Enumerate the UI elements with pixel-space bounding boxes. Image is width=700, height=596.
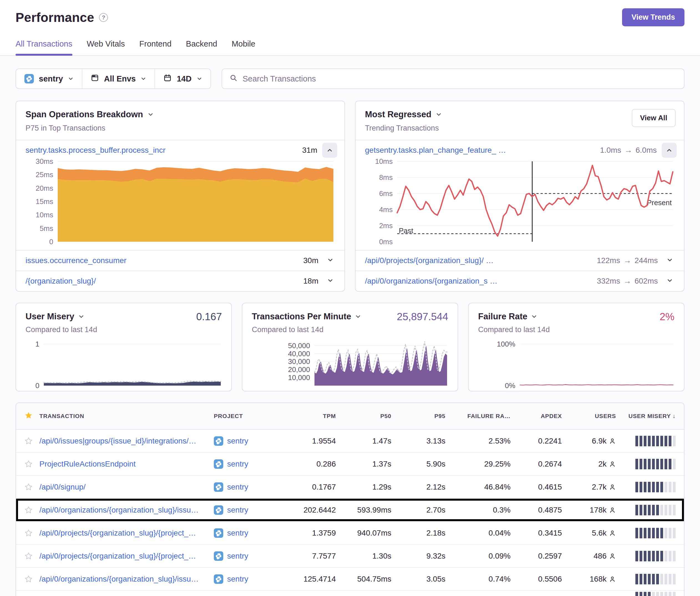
failure-rate-value: 2%	[660, 311, 674, 323]
user-misery-bar	[635, 574, 638, 585]
transaction-link[interactable]: /api/0/organizations/{organization_slug}…	[40, 575, 214, 584]
axis-tick: 30ms	[35, 157, 53, 166]
axis-tick: 10ms	[35, 211, 53, 219]
chevron-down-icon	[197, 76, 202, 81]
table-row[interactable]: /api/0/organizations/{organization_slug}…	[16, 499, 684, 522]
star-toggle[interactable]	[16, 437, 40, 445]
tab-backend[interactable]: Backend	[186, 40, 217, 55]
user-misery-bars	[616, 574, 684, 585]
project-link[interactable]: sentry	[214, 459, 283, 469]
user-misery-bar	[644, 592, 647, 596]
project-link[interactable]: sentry	[214, 528, 283, 538]
transaction-link[interactable]: ProjectRuleActionsEndpoint	[40, 460, 214, 468]
help-icon[interactable]: ?	[99, 13, 108, 22]
user-misery-bar	[640, 574, 642, 585]
column-header-users[interactable]: USERS	[562, 413, 616, 419]
table-row[interactable]: /api/0/signup/sentry0.17671.29s2.12s46.8…	[16, 476, 684, 499]
tab-frontend[interactable]: Frontend	[139, 40, 171, 55]
view-trends-button[interactable]: View Trends	[622, 8, 684, 26]
user-misery-bar	[669, 436, 671, 446]
star-toggle[interactable]	[16, 552, 40, 560]
user-misery-bar	[665, 574, 667, 585]
p50-value: 1.29s	[336, 483, 391, 492]
star-toggle[interactable]	[16, 529, 40, 537]
user-misery-bar	[669, 482, 671, 492]
view-all-button[interactable]: View All	[632, 109, 676, 127]
transaction-link[interactable]: /api/0/issues|groups/{issue_id}/integrat…	[40, 437, 214, 445]
expand-chevron-icon[interactable]	[663, 257, 677, 264]
transaction-link[interactable]: /api/0/signup/	[40, 483, 214, 492]
project-link[interactable]: sentry	[214, 551, 283, 561]
panel-title: Span Operations Breakdown	[26, 109, 143, 120]
tpm-value: 0.286	[283, 460, 336, 468]
transaction-link[interactable]: /api/0/projects/{organization_slug}/{pro…	[40, 529, 214, 538]
project-filter-label: sentry	[39, 74, 63, 83]
axis-tick: 20ms	[35, 184, 53, 193]
search-input[interactable]: Search Transactions	[222, 69, 684, 89]
column-header-tpm[interactable]: TPM	[283, 413, 336, 419]
collapse-button[interactable]	[322, 143, 337, 158]
project-link[interactable]: sentry	[214, 574, 283, 584]
date-range-filter[interactable]: 14D	[154, 69, 210, 88]
regressed-transaction-link[interactable]: /api/0/projects/{organization_slug}/ …	[365, 256, 592, 265]
user-misery-bar	[640, 505, 642, 515]
user-misery-bar	[656, 436, 659, 446]
column-header-p50[interactable]: P50	[336, 413, 391, 419]
project-filter[interactable]: sentry	[16, 69, 82, 88]
table-row[interactable]: /api/0/projects/{organization_slug}/{pro…	[16, 522, 684, 545]
transaction-link[interactable]: /api/0/organizations/{organization_slug}…	[40, 506, 214, 515]
most-regressed-title-dropdown[interactable]: Most Regressed	[365, 109, 674, 120]
tab-all-transactions[interactable]: All Transactions	[16, 40, 72, 55]
project-link[interactable]: sentry	[214, 436, 283, 446]
user-misery-bar	[656, 574, 659, 585]
p50-value: 593.99ms	[336, 506, 391, 515]
p95-value: 9.32s	[391, 552, 445, 561]
table-row[interactable]: ProjectRuleActionsEndpointsentry0.2861.3…	[16, 453, 684, 476]
regressed-transaction-link[interactable]: getsentry.tasks.plan_change_feature_ …	[365, 146, 595, 155]
failure-rate-title-dropdown[interactable]: Failure Rate	[478, 312, 674, 321]
user-misery-value: 0.167	[196, 311, 222, 323]
span-op-link[interactable]: /{organization_slug}/	[26, 277, 298, 286]
span-op-link[interactable]: sentry.tasks.process_buffer.process_incr	[26, 146, 297, 155]
panel-subtitle: P75 in Top Transactions	[26, 124, 335, 132]
star-toggle[interactable]	[16, 575, 40, 583]
user-misery-bar	[656, 551, 659, 561]
table-row[interactable]: /api/0/projects/{organization_slug}/{pro…	[16, 545, 684, 568]
axis-tick: 6ms	[379, 189, 393, 198]
collapse-button[interactable]	[662, 143, 677, 158]
span-operations-title-dropdown[interactable]: Span Operations Breakdown	[26, 109, 335, 120]
chevron-down-icon	[355, 313, 361, 320]
user-misery-title-dropdown[interactable]: User Misery	[26, 312, 222, 321]
transaction-link[interactable]: /api/0/projects/{organization_slug}/{pro…	[40, 552, 214, 561]
project-link[interactable]: sentry	[214, 506, 283, 515]
user-misery-bar	[665, 436, 667, 446]
star-toggle[interactable]	[16, 506, 40, 514]
regressed-transaction-link[interactable]: /api/0/organizations/{organization_s …	[365, 277, 592, 286]
user-misery-bar	[648, 574, 651, 585]
column-header-p95[interactable]: P95	[391, 413, 445, 419]
column-header-failure-rate[interactable]: FAILURE RA…	[445, 413, 510, 419]
star-column-header[interactable]	[16, 411, 40, 421]
expand-chevron-icon[interactable]	[663, 278, 677, 285]
star-toggle[interactable]	[16, 460, 40, 468]
column-header-transaction[interactable]: TRANSACTION	[40, 413, 214, 419]
span-op-link[interactable]: issues.occurrence_consumer	[26, 256, 298, 265]
column-header-project[interactable]: PROJECT	[214, 413, 283, 419]
table-row-partial[interactable]	[16, 591, 684, 596]
environment-filter[interactable]: All Envs	[82, 69, 154, 88]
chevron-down-icon	[78, 313, 84, 320]
expand-chevron-icon[interactable]	[323, 257, 337, 264]
tab-mobile[interactable]: Mobile	[231, 40, 255, 55]
column-header-user-misery[interactable]: USER MISERY ↓	[616, 413, 684, 419]
expand-chevron-icon[interactable]	[323, 278, 337, 285]
table-row[interactable]: /api/0/organizations/{organization_slug}…	[16, 568, 684, 591]
table-row[interactable]: /api/0/issues|groups/{issue_id}/integrat…	[16, 430, 684, 453]
star-toggle[interactable]	[16, 483, 40, 491]
tab-web-vitals[interactable]: Web Vitals	[87, 40, 125, 55]
python-icon	[214, 551, 223, 561]
star-outline-icon	[24, 575, 33, 583]
project-link[interactable]: sentry	[214, 482, 283, 492]
axis-tick: 0	[35, 382, 40, 390]
user-misery-bar	[635, 528, 638, 538]
column-header-apdex[interactable]: APDEX	[510, 413, 562, 419]
